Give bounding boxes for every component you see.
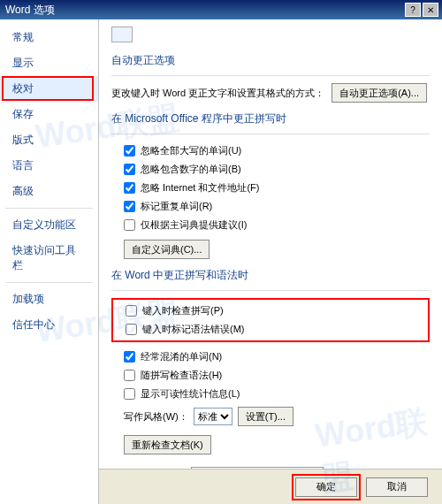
sidebar-item-advanced[interactable]: 高级: [0, 179, 98, 204]
sidebar-item-general[interactable]: 常规: [0, 25, 98, 50]
sidebar-item-layout[interactable]: 版式: [0, 127, 98, 153]
sidebar-separator: [5, 282, 93, 283]
chk-label: 经常混淆的单词(N): [141, 350, 222, 363]
dialog-footer: 确定 取消: [99, 469, 442, 504]
sidebar-item-language[interactable]: 语言: [0, 153, 98, 179]
chk-readability-stats[interactable]: [124, 388, 135, 400]
sidebar-item-display[interactable]: 显示: [0, 50, 98, 76]
chk-mark-grammar-typing[interactable]: [126, 324, 137, 335]
divider: [111, 134, 430, 134]
chk-label: 显示可读性统计信息(L): [141, 387, 240, 401]
chk-label: 忽略包含数字的单词(B): [141, 163, 241, 176]
sidebar-separator: [5, 208, 93, 209]
chk-flag-repeated[interactable]: [124, 201, 135, 212]
chk-label: 忽略 Internet 和文件地址(F): [141, 181, 259, 195]
chk-label: 键入时检查拼写(P): [142, 304, 224, 317]
chk-label: 随拼写检查语法(H): [141, 369, 222, 382]
chk-label: 键入时标记语法错误(M): [142, 323, 245, 336]
custom-dict-button[interactable]: 自定义词典(C)...: [124, 240, 210, 259]
sidebar-item-proofing[interactable]: 校对: [0, 76, 98, 102]
ok-button[interactable]: 确定: [295, 477, 357, 497]
writing-style-label: 写作风格(W)：: [124, 410, 188, 424]
cancel-button[interactable]: 取消: [366, 477, 428, 497]
writing-style-settings-button[interactable]: 设置(T)...: [238, 407, 293, 426]
autocorrect-options-button[interactable]: 自动更正选项(A)...: [332, 83, 427, 103]
help-button[interactable]: ?: [405, 3, 421, 17]
sidebar-item-addins[interactable]: 加载项: [0, 286, 98, 312]
writing-style-select[interactable]: 标准: [194, 408, 232, 425]
sidebar-item-save[interactable]: 保存: [0, 102, 98, 127]
chk-ignore-internet[interactable]: [124, 182, 135, 194]
section-office-title: 在 Microsoft Office 程序中更正拼写时: [111, 111, 430, 126]
section-word-title: 在 Word 中更正拼写和语法时: [111, 268, 430, 283]
chk-grammar-with-spelling[interactable]: [124, 370, 135, 381]
chk-label: 仅根据主词典提供建议(I): [141, 218, 247, 232]
main-panel: 自动更正选项 更改键入时 Word 更正文字和设置其格式的方式： 自动更正选项(…: [99, 19, 442, 504]
chk-ignore-numbers[interactable]: [124, 164, 135, 175]
chk-check-spelling-typing[interactable]: [126, 305, 137, 317]
chk-label: 忽略全部大写的单词(U): [141, 144, 241, 157]
recheck-doc-button[interactable]: 重新检查文档(K): [124, 435, 211, 454]
abc-icon: [111, 27, 133, 42]
window-title: Word 选项: [4, 3, 403, 18]
sidebar-item-qat[interactable]: 快速访问工具栏: [0, 238, 98, 279]
chk-main-dict-only[interactable]: [124, 219, 135, 231]
chk-confused-words[interactable]: [124, 351, 135, 363]
sidebar-item-ribbon[interactable]: 自定义功能区: [0, 212, 98, 238]
close-button[interactable]: ✕: [423, 3, 438, 17]
divider: [111, 290, 430, 291]
autocorrect-intro: 更改键入时 Word 更正文字和设置其格式的方式：: [111, 87, 324, 100]
sidebar: 常规 显示 校对 保存 版式 语言 高级 自定义功能区 快速访问工具栏 加载项 …: [0, 19, 99, 504]
chk-ignore-uppercase[interactable]: [124, 145, 135, 157]
highlight-spellcheck-group: 键入时检查拼写(P) 键入时标记语法错误(M): [111, 298, 430, 342]
divider: [111, 75, 430, 76]
sidebar-item-trust[interactable]: 信任中心: [0, 312, 98, 338]
titlebar: Word 选项 ? ✕: [0, 0, 442, 19]
chk-label: 标记重复单词(R): [141, 200, 212, 213]
section-autocorrect-title: 自动更正选项: [111, 53, 430, 68]
